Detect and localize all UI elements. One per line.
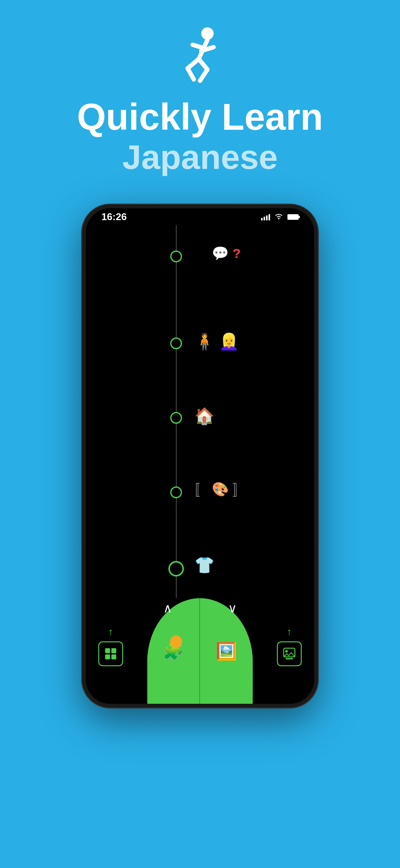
timeline-item[interactable]: 👕 (86, 408, 314, 452)
svg-rect-12 (111, 654, 116, 659)
svg-point-14 (285, 650, 288, 653)
hero-title: Quickly Learn (77, 96, 323, 137)
bottom-tab-left[interactable]: ↑ (98, 623, 123, 666)
nav-arrow-down[interactable]: ∨ (228, 601, 237, 615)
timeline-item[interactable]: 〔 🔥 ➡️ ❄️ 〕 (86, 495, 314, 539)
timeline-item[interactable]: 🏠 (86, 321, 314, 365)
svg-line-6 (188, 59, 199, 68)
right-tab-icon[interactable] (277, 641, 302, 666)
svg-line-5 (200, 69, 207, 81)
gallery-icon: 🖼️ (215, 641, 237, 661)
timeline-item[interactable]: 🧍 👱‍♀️ (86, 278, 314, 321)
svg-rect-10 (111, 648, 116, 653)
timeline-dot-2 (170, 337, 182, 349)
phone-mockup: 16:26 (82, 205, 318, 708)
timeline-item[interactable]: 〚 🎨 〛 (86, 365, 314, 408)
signal-bars (261, 214, 270, 220)
timeline-dot-6 (170, 636, 182, 647)
bottom-tab-right[interactable]: ↑ (277, 623, 302, 666)
battery-icon (288, 214, 299, 220)
svg-rect-9 (105, 648, 110, 653)
right-tab-arrow: ↑ (287, 626, 292, 638)
timeline-emoji-1: → 💬 ? (194, 247, 241, 260)
hero-subtitle: Japanese (122, 137, 277, 177)
timeline-dot-5 (168, 561, 184, 577)
nav-arrows: ∧ ∨ (86, 601, 314, 615)
timeline-item[interactable]: 👗 (86, 452, 314, 495)
svg-point-8 (278, 218, 280, 219)
svg-rect-15 (286, 658, 293, 659)
timeline-item[interactable]: 〚 🍘 🍪 🍪 〛 (86, 539, 314, 582)
timeline-container: → 💬 ? 🧍 👱‍♀️ 🏠 〚 🎨 〛 (86, 225, 314, 598)
timeline-dot-1 (170, 251, 182, 262)
nav-arrow-up[interactable]: ∧ (163, 601, 172, 615)
signal-bar-1 (261, 218, 263, 220)
status-time: 16:26 (101, 211, 127, 223)
wifi-icon (274, 213, 283, 221)
left-tab-icon[interactable] (98, 641, 123, 666)
svg-line-7 (188, 68, 194, 80)
phone-screen: → 💬 ? 🧍 👱‍♀️ 🏠 〚 🎨 〛 (86, 225, 314, 704)
timeline-dot-3 (170, 412, 182, 424)
runner-icon (169, 25, 231, 87)
signal-bar-3 (266, 215, 268, 220)
status-right-icons (261, 213, 299, 221)
svg-rect-11 (105, 654, 110, 659)
phone-wrapper: › 16:26 (0, 205, 400, 708)
hero-section: Quickly Learn Japanese (0, 0, 400, 195)
status-bar: 16:26 (86, 208, 314, 225)
bottom-bar: ↑ 🧩 (86, 617, 314, 704)
left-tab-arrow: ↑ (108, 626, 113, 638)
timeline-dot-4 (170, 487, 182, 498)
timeline-item[interactable]: → 💬 ? (86, 235, 314, 278)
signal-bar-4 (269, 214, 270, 220)
signal-bar-2 (264, 217, 265, 220)
